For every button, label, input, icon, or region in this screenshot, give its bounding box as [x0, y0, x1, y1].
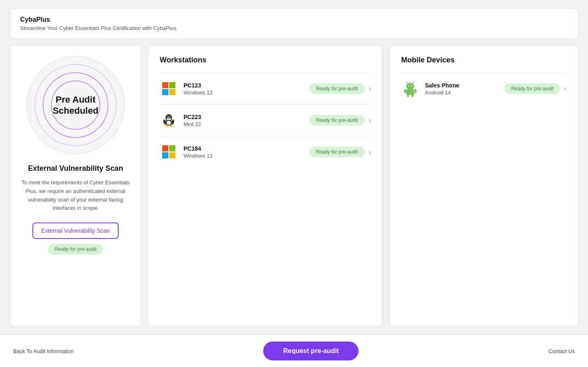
status-badge: Ready for pre-audit: [505, 83, 560, 94]
device-status: Ready for pre-audit ›: [309, 115, 371, 126]
device-os: Windows 12: [184, 89, 309, 96]
table-row[interactable]: PC123 Windows 12 Ready for pre-audit ›: [160, 73, 371, 105]
workstations-panel: Workstations PC123 Windows 12 Ready for …: [148, 46, 383, 326]
main-content: Pre Audit Scheduled External Vulnerabili…: [10, 46, 578, 326]
header-section: CybaPlus Streamline Your Cyber Essential…: [10, 8, 578, 39]
chevron-right-icon[interactable]: ›: [369, 85, 371, 92]
svg-line-27: [407, 82, 408, 83]
svg-point-11: [168, 117, 170, 118]
svg-rect-32: [407, 95, 409, 97]
device-info: PC123 Windows 12: [184, 82, 309, 96]
device-os: Mint 22: [184, 121, 309, 127]
svg-point-14: [165, 125, 168, 126]
svg-rect-21: [169, 152, 175, 158]
status-badge: Ready for pre-audit: [309, 115, 365, 126]
svg-point-26: [411, 86, 412, 86]
mobile-devices-panel: Mobile Devices: [389, 46, 578, 326]
status-badge: Ready for pre-audit: [309, 83, 365, 94]
windows-icon: [160, 80, 178, 98]
svg-point-10: [170, 117, 170, 117]
device-status: Ready for pre-audit ›: [309, 83, 371, 94]
device-os: Windows 12: [184, 153, 309, 159]
device-os: Android 14: [425, 89, 505, 96]
device-info: Sales Phone Android 14: [425, 82, 505, 96]
svg-rect-20: [162, 152, 168, 158]
svg-point-9: [168, 117, 168, 117]
android-icon: [401, 80, 419, 98]
svg-rect-2: [162, 89, 168, 95]
svg-rect-19: [169, 145, 175, 151]
table-row[interactable]: Sales Phone Android 14 Ready for pre-aud…: [401, 73, 566, 104]
external-vulnerability-scan-button[interactable]: External Vulnerability Scan: [32, 222, 119, 239]
ext-vuln-title: External Vulnerability Scan: [28, 164, 123, 173]
device-info: PC223 Mint 22: [184, 114, 309, 127]
svg-rect-18: [162, 145, 168, 151]
mobile-devices-title: Mobile Devices: [401, 56, 566, 64]
device-id: PC184: [184, 145, 309, 152]
device-info: PC184 Windows 12: [184, 145, 309, 159]
device-name: Sales Phone: [425, 82, 505, 89]
request-pre-audit-button[interactable]: Request pre-audit: [263, 342, 358, 360]
status-badge: Ready for pre-audit: [309, 147, 365, 157]
footer: Back To Audit Information Request pre-au…: [0, 335, 588, 367]
chevron-right-icon[interactable]: ›: [564, 85, 566, 92]
back-to-audit-button[interactable]: Back To Audit Information: [13, 348, 74, 354]
ext-vuln-description: To meet the requirements of Cyber Essent…: [18, 179, 133, 213]
contact-us-button[interactable]: Contact Us: [549, 348, 575, 354]
status-circles: Pre Audit Scheduled: [26, 56, 125, 154]
svg-rect-30: [404, 89, 406, 93]
svg-rect-1: [169, 82, 175, 88]
svg-rect-29: [406, 89, 414, 95]
device-status: Ready for pre-audit ›: [505, 83, 566, 94]
chevron-right-icon[interactable]: ›: [369, 117, 371, 124]
workstations-title: Workstations: [160, 56, 371, 64]
svg-rect-33: [411, 95, 413, 97]
table-row[interactable]: PC184 Windows 12 Ready for pre-audit ›: [160, 136, 371, 167]
app-title: CybaPlus: [20, 16, 568, 23]
svg-point-25: [409, 86, 409, 86]
chevron-right-icon[interactable]: ›: [369, 148, 371, 156]
svg-rect-31: [415, 89, 416, 93]
svg-point-22: [406, 83, 414, 89]
left-panel-status-badge: Ready for pre-audit: [48, 244, 103, 255]
table-row[interactable]: PC223 Mint 22 Ready for pre-audit ›: [160, 105, 371, 136]
svg-rect-3: [169, 89, 175, 95]
svg-point-15: [169, 125, 172, 126]
svg-rect-0: [162, 82, 168, 88]
device-id: PC123: [184, 82, 309, 89]
app-subtitle: Streamline Your Cyber Essentials Plus Ce…: [20, 25, 568, 31]
left-panel: Pre Audit Scheduled External Vulnerabili…: [10, 46, 141, 326]
svg-point-13: [167, 121, 171, 125]
linux-icon: [160, 111, 178, 129]
windows-icon: [160, 143, 178, 161]
pre-audit-status-text: Pre Audit Scheduled: [53, 94, 98, 117]
device-status: Ready for pre-audit ›: [309, 147, 371, 157]
svg-line-28: [413, 82, 414, 83]
device-id: PC223: [184, 114, 309, 120]
